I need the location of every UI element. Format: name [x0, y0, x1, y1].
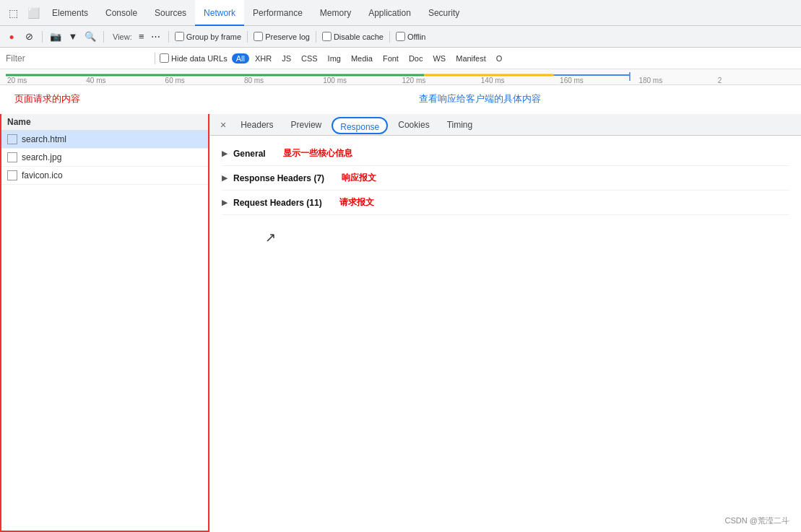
toolbar-separator-5 [316, 31, 316, 43]
devtools-tab-bar: ⬚ ⬜ Elements Console Sources Network Per… [0, 0, 801, 26]
detail-tab-cookies[interactable]: Cookies [391, 114, 436, 136]
footer-text: CSDN @荒滢二斗 [725, 516, 789, 525]
detail-section-response-headers: ▶ Response Headers (7) 响应报文 [222, 166, 789, 191]
detail-tab-response[interactable]: Response [332, 117, 388, 134]
main-area: Name search.html search.jpg favicon.ico … [0, 114, 801, 532]
filter-tag-font[interactable]: Font [378, 53, 403, 64]
offline-checkbox-label[interactable]: Offlin [396, 32, 425, 41]
file-list-item-2[interactable]: favicon.ico [1, 167, 208, 185]
tree-view-btn[interactable]: ⋯ [150, 30, 163, 43]
filter-tag-css[interactable]: CSS [297, 53, 322, 64]
filter-tag-js[interactable]: JS [277, 53, 295, 64]
tab-elements[interactable]: Elements [43, 0, 97, 26]
detail-panel: × Headers Preview Response Cookies Timin… [209, 114, 801, 532]
arrow-icon-request-headers: ▶ [222, 199, 228, 206]
toolbar-separator-6 [389, 31, 390, 43]
filter-tag-manifest[interactable]: Manifest [451, 53, 490, 64]
filter-tag-all[interactable]: All [232, 53, 249, 64]
hide-data-urls-text: Hide data URLs [171, 54, 228, 63]
file-list-item-1[interactable]: search.jpg [1, 149, 208, 167]
file-name-1: search.jpg [22, 152, 61, 162]
annotation-right: 查看响应给客户端的具体内容 [419, 92, 541, 105]
disable-cache-checkbox[interactable] [322, 32, 332, 41]
file-list-header: Name [1, 114, 208, 131]
detail-tab-timing[interactable]: Timing [440, 114, 480, 136]
section-request-headers-annotation: 请求报文 [339, 196, 374, 209]
section-request-headers-title: Request Headers (11) [233, 198, 322, 208]
toolbar-separator-2 [103, 31, 104, 43]
timeline-svg [6, 72, 767, 81]
tab-sources[interactable]: Sources [146, 0, 195, 26]
filter-bar: Hide data URLs All XHR JS CSS Img Media … [0, 48, 801, 69]
disable-cache-checkbox-label[interactable]: Disable cache [322, 32, 384, 41]
tab-application[interactable]: Application [360, 0, 420, 26]
tab-console[interactable]: Console [97, 0, 146, 26]
stop-button[interactable]: ⊘ [22, 30, 36, 44]
preserve-log-checkbox-label[interactable]: Preserve log [254, 32, 310, 41]
file-icon-1 [7, 152, 17, 162]
section-general-annotation: 显示一些核心信息 [283, 147, 352, 160]
filter-tag-media[interactable]: Media [347, 53, 377, 64]
group-by-frame-checkbox[interactable] [175, 32, 184, 41]
group-by-frame-checkbox-label[interactable]: Group by frame [175, 32, 241, 41]
toolbar-separator-4 [247, 31, 248, 43]
offline-checkbox[interactable] [396, 32, 405, 41]
record-button[interactable]: ● [4, 30, 19, 44]
tab-security[interactable]: Security [420, 0, 468, 26]
detail-tab-close-btn[interactable]: × [216, 119, 230, 131]
network-toolbar: ● ⊘ 📷 ▼ 🔍 View: ≡ ⋯ Group by frame Prese… [0, 26, 801, 48]
filter-input[interactable] [6, 53, 150, 64]
detail-section-request-headers: ▶ Request Headers (11) 请求报文 [222, 191, 789, 215]
filter-tag-xhr[interactable]: XHR [251, 53, 276, 64]
filter-tag-other[interactable]: O [492, 53, 507, 64]
detail-section-general: ▶ General 显示一些核心信息 [222, 141, 789, 166]
detail-tab-preview[interactable]: Preview [284, 114, 329, 136]
hide-data-urls-label[interactable]: Hide data URLs [160, 53, 228, 63]
device-icon-btn[interactable]: ⬜ [23, 3, 43, 23]
filter-tag-img[interactable]: Img [324, 53, 345, 64]
footer: CSDN @荒滢二斗 [725, 515, 789, 526]
detail-section-request-headers-header[interactable]: ▶ Request Headers (11) 请求报文 [222, 196, 789, 209]
file-icon-0 [7, 134, 17, 144]
detail-tab-bar: × Headers Preview Response Cookies Timin… [210, 114, 801, 136]
filter-tag-ws[interactable]: WS [428, 53, 450, 64]
filter-tags: All XHR JS CSS Img Media Font Doc WS Man… [232, 53, 507, 64]
tab-memory[interactable]: Memory [311, 0, 360, 26]
arrow-icon-response-headers: ▶ [222, 174, 228, 182]
detail-section-general-header[interactable]: ▶ General 显示一些核心信息 [222, 147, 789, 160]
filter-button[interactable]: ▼ [66, 30, 80, 44]
view-label: View: [113, 32, 132, 41]
timeline-bar: 20 ms 40 ms 60 ms 80 ms 100 ms 120 ms 14… [0, 69, 801, 85]
view-buttons: ≡ ⋯ [135, 30, 163, 43]
filter-tag-doc[interactable]: Doc [404, 53, 428, 64]
file-list-item-0[interactable]: search.html [1, 131, 208, 149]
annotation-area: 页面请求的内容 查看响应给客户端的具体内容 [0, 85, 801, 114]
file-icon-2 [7, 170, 17, 180]
annotation-left: 页面请求的内容 [14, 92, 80, 105]
list-view-btn[interactable]: ≡ [135, 30, 148, 43]
tab-performance[interactable]: Performance [244, 0, 311, 26]
file-name-0: search.html [22, 134, 66, 144]
section-general-title: General [233, 149, 266, 159]
file-name-2: favicon.ico [22, 170, 63, 180]
cursor-icon-btn[interactable]: ⬚ [3, 3, 23, 23]
hide-data-urls-checkbox[interactable] [160, 53, 169, 63]
file-list-panel: Name search.html search.jpg favicon.ico [0, 114, 209, 532]
section-response-headers-title: Response Headers (7) [233, 173, 324, 183]
offline-label: Offlin [407, 32, 425, 41]
detail-content: ▶ General 显示一些核心信息 ▶ Response Headers (7… [210, 136, 801, 532]
detail-tab-headers[interactable]: Headers [233, 114, 280, 136]
detail-section-response-headers-header[interactable]: ▶ Response Headers (7) 响应报文 [222, 172, 789, 184]
group-by-frame-label: Group by frame [186, 32, 241, 41]
toolbar-separator-1 [42, 31, 43, 43]
toolbar-separator-3 [168, 31, 169, 43]
preserve-log-label: Preserve log [265, 32, 310, 41]
section-response-headers-annotation: 响应报文 [342, 172, 376, 184]
disable-cache-label: Disable cache [334, 32, 384, 41]
cursor-pointer: ↗ [265, 230, 789, 245]
arrow-icon-general: ▶ [222, 149, 228, 157]
preserve-log-checkbox[interactable] [254, 32, 263, 41]
tab-network[interactable]: Network [195, 0, 244, 26]
search-button[interactable]: 🔍 [83, 30, 98, 44]
camera-button[interactable]: 📷 [48, 30, 63, 44]
